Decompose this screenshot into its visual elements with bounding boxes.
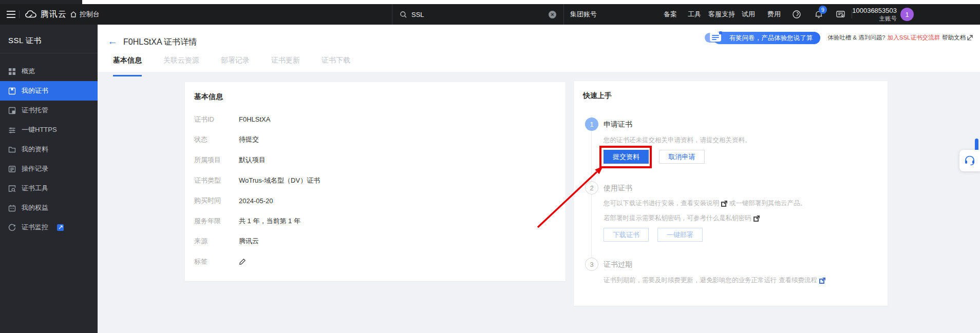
hosting-icon [8,107,16,114]
monitor-icon [8,224,16,231]
step-2-desc-line2: 若部署时提示需要私钥密码，可参考什么是私钥密码 [604,214,760,223]
sidebar-item-my-benefits[interactable]: 我的权益 [0,198,98,218]
tab-cloud-resources[interactable]: 关联云资源 [163,54,199,72]
one-click-deploy-button[interactable]: 一键部署 [657,228,703,242]
search-icon [400,11,407,18]
step-2-circle: 2 [585,181,598,194]
sidebar: SSL 证书 概览 我的证书 证书托管 [0,25,98,333]
folder-icon [8,146,16,153]
notifications-button[interactable]: 9 [814,4,823,25]
clear-search-icon[interactable]: × [549,11,556,18]
sidebar-item-label: 证书托管 [22,106,48,115]
basic-info-card: 基本信息 证书ID F0HLStXA 状态 待提交 所属项目 默认项目 证书类型… [185,82,566,281]
step-3-desc: 证书到期前，需要及时续费更新，避免影响您的业务正常运行 查看续费流程 [604,276,825,285]
private-key-external-link-icon[interactable] [753,216,760,222]
log-icon [8,165,16,173]
benefits-icon [8,204,16,212]
info-label: 证书ID [194,115,239,124]
tab-cert-download[interactable]: 证书下载 [322,54,350,72]
info-label: 标签 [194,257,239,266]
search-input[interactable]: SSL [411,11,544,18]
info-row-cert-id: 证书ID F0HLStXA [194,109,556,130]
back-button[interactable]: ← [107,36,118,47]
window-top-strip [0,0,980,4]
topbar-link-tools[interactable]: 工具 [688,4,701,25]
external-link-icon [967,35,973,41]
hamburger-menu-button[interactable] [4,4,17,25]
basic-info-title: 基本信息 [194,92,223,102]
survey-banner[interactable]: 有奖问卷，产品体验您说了算 [705,33,821,43]
sidebar-item-overview[interactable]: 概览 [0,62,98,81]
sidebar-item-operation-log[interactable]: 操作记录 [0,159,98,179]
renewal-flow-external-link-icon[interactable] [819,278,825,284]
submit-materials-button[interactable]: 提交资料 [604,150,649,164]
customer-service-icon [964,154,976,167]
tab-deploy-records[interactable]: 部署记录 [221,54,250,72]
topbar-link-icp[interactable]: 备案 [664,4,677,25]
topbar-link-trial[interactable]: 试用 [742,4,755,25]
edit-tags-button[interactable] [239,258,246,265]
step-2-desc-line2-text: 若部署时提示需要私钥密码，可参考什么是私钥密码 [604,214,751,223]
topbar-link-billing[interactable]: 费用 [767,4,781,25]
cancel-application-button[interactable]: 取消申请 [659,150,705,164]
hamburger-icon [7,11,15,18]
info-value: 2024-05-20 [239,197,273,205]
tab-basic-info[interactable]: 基本信息 [113,54,142,72]
info-row-project: 所属项目 默认项目 [194,150,556,170]
quick-start-title: 快速上手 [583,91,612,101]
certificate-icon [8,87,16,95]
sidebar-item-cert-monitor[interactable]: 证书监控 [0,218,98,237]
sidebar-item-one-click-https[interactable]: 一键HTTPS [0,120,98,140]
join-group-link[interactable]: 加入SSL证书交流群 [888,34,940,42]
info-row-source: 来源 腾讯云 [194,231,556,252]
survey-banner-text: 有奖问卷，产品体验您说了算 [713,32,821,44]
info-label: 状态 [194,135,239,144]
sidebar-item-label: 我的权益 [22,203,48,212]
tencent-cloud-console: 腾讯云 控制台 SSL × 集团账号 备案 工具 客服支持 试用 费用 [0,0,980,333]
sidebar-item-cert-hosting[interactable]: 证书托管 [0,101,98,120]
step-3-title: 证书过期 [604,260,632,269]
workspace-icon[interactable] [836,4,845,25]
header-right: 有奖问卷，产品体验您说了算 体验吐槽 & 遇到问题? 加入SSL证书交流群 帮助… [705,33,973,43]
account-id: 100036853503 [852,7,897,15]
basic-info-rows: 证书ID F0HLStXA 状态 待提交 所属项目 默认项目 证书类型 WoTr… [194,109,556,272]
info-row-tags: 标签 [194,251,556,272]
support-widget-button[interactable] [959,150,980,171]
sidebar-item-my-certificates[interactable]: 我的证书 [0,81,98,101]
main-area: ← F0HLStXA 证书详情 基本信息 关联云资源 部署记录 证书更新 证书下… [98,25,980,333]
sidebar-title: SSL 证书 [0,25,98,53]
info-row-service-years: 服务年限 共 1 年，当前第 1 年 [194,211,556,231]
console-label: 控制台 [80,10,100,19]
install-guide-external-link-icon[interactable] [721,201,727,207]
step-1-circle: 1 [585,117,598,131]
global-search[interactable]: SSL × [392,4,564,25]
step-2-desc-pre: 您可以下载证书进行安装，查看安装说明 [604,199,719,208]
avatar[interactable]: 1 [900,8,914,21]
sidebar-item-my-materials[interactable]: 我的资料 [0,140,98,159]
external-link-icon[interactable] [57,224,64,231]
service-icon[interactable] [792,4,801,25]
download-cert-button[interactable]: 下载证书 [604,228,649,242]
info-label: 购买时间 [194,196,239,205]
topbar-link-support[interactable]: 客服支持 [708,4,735,25]
info-value: 默认项目 [239,155,266,165]
info-row-purchase-time: 购买时间 2024-05-20 [194,190,556,211]
topbar-link-group-account[interactable]: 集团账号 [570,4,597,25]
info-value: WoTrus-域名型（DV）证书 [239,176,320,185]
sidebar-item-label: 概览 [22,67,35,76]
brand-logo[interactable]: 腾讯云 [25,4,67,25]
account-type: 主账号 [852,15,897,22]
sidebar-item-cert-tools[interactable]: 证书工具 [0,179,98,198]
step-1-title: 申请证书 [604,120,632,129]
step-1-desc: 您的证书还未提交相关申请资料，请提交相关资料。 [604,136,751,145]
feedback-text: 体验吐槽 & 遇到问题? [827,34,885,42]
survey-chat-icon [709,31,723,45]
tab-cert-renewal[interactable]: 证书更新 [271,54,300,72]
account-info[interactable]: 100036853503 主账号 [857,4,897,25]
info-row-cert-type: 证书类型 WoTrus-域名型（DV）证书 [194,170,556,191]
info-row-status: 状态 待提交 [194,130,556,150]
help-doc-link[interactable]: 帮助文档 [942,34,973,42]
page-header: ← F0HLStXA 证书详情 基本信息 关联云资源 部署记录 证书更新 证书下… [98,25,980,72]
home-icon [70,11,77,18]
console-link[interactable]: 控制台 [70,4,100,25]
